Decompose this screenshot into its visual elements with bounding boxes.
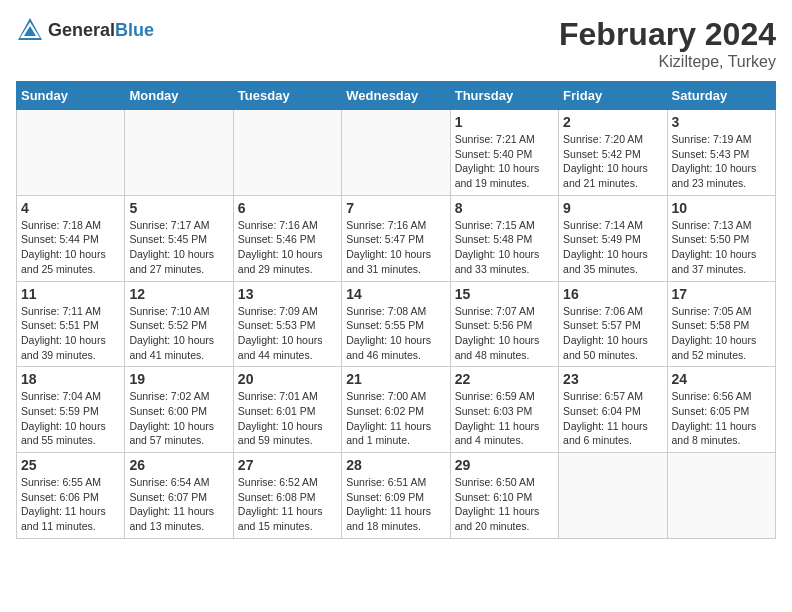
calendar-cell: 2Sunrise: 7:20 AMSunset: 5:42 PMDaylight… [559,110,667,196]
calendar-cell [17,110,125,196]
day-info: Sunrise: 7:19 AMSunset: 5:43 PMDaylight:… [672,132,771,191]
day-number: 29 [455,457,554,473]
day-number: 22 [455,371,554,387]
calendar-cell [233,110,341,196]
page-header: GeneralBlue February 2024 Kiziltepe, Tur… [16,16,776,71]
week-row-4: 18Sunrise: 7:04 AMSunset: 5:59 PMDayligh… [17,367,776,453]
calendar-cell [667,453,775,539]
day-info: Sunrise: 7:07 AMSunset: 5:56 PMDaylight:… [455,304,554,363]
day-number: 15 [455,286,554,302]
day-info: Sunrise: 7:00 AMSunset: 6:02 PMDaylight:… [346,389,445,448]
calendar-cell: 14Sunrise: 7:08 AMSunset: 5:55 PMDayligh… [342,281,450,367]
day-number: 6 [238,200,337,216]
day-info: Sunrise: 7:17 AMSunset: 5:45 PMDaylight:… [129,218,228,277]
day-info: Sunrise: 7:11 AMSunset: 5:51 PMDaylight:… [21,304,120,363]
calendar-cell: 16Sunrise: 7:06 AMSunset: 5:57 PMDayligh… [559,281,667,367]
calendar-cell: 3Sunrise: 7:19 AMSunset: 5:43 PMDaylight… [667,110,775,196]
day-number: 5 [129,200,228,216]
day-info: Sunrise: 7:21 AMSunset: 5:40 PMDaylight:… [455,132,554,191]
calendar-cell: 10Sunrise: 7:13 AMSunset: 5:50 PMDayligh… [667,195,775,281]
day-info: Sunrise: 6:56 AMSunset: 6:05 PMDaylight:… [672,389,771,448]
day-number: 21 [346,371,445,387]
weekday-header-wednesday: Wednesday [342,82,450,110]
day-number: 2 [563,114,662,130]
calendar-cell: 12Sunrise: 7:10 AMSunset: 5:52 PMDayligh… [125,281,233,367]
calendar-cell: 11Sunrise: 7:11 AMSunset: 5:51 PMDayligh… [17,281,125,367]
calendar-cell: 4Sunrise: 7:18 AMSunset: 5:44 PMDaylight… [17,195,125,281]
day-number: 11 [21,286,120,302]
day-info: Sunrise: 7:20 AMSunset: 5:42 PMDaylight:… [563,132,662,191]
calendar-cell: 22Sunrise: 6:59 AMSunset: 6:03 PMDayligh… [450,367,558,453]
day-number: 1 [455,114,554,130]
day-number: 24 [672,371,771,387]
day-info: Sunrise: 6:59 AMSunset: 6:03 PMDaylight:… [455,389,554,448]
subtitle: Kiziltepe, Turkey [559,53,776,71]
day-info: Sunrise: 6:52 AMSunset: 6:08 PMDaylight:… [238,475,337,534]
calendar-cell: 20Sunrise: 7:01 AMSunset: 6:01 PMDayligh… [233,367,341,453]
calendar-cell: 25Sunrise: 6:55 AMSunset: 6:06 PMDayligh… [17,453,125,539]
day-number: 23 [563,371,662,387]
day-number: 25 [21,457,120,473]
weekday-header-row: SundayMondayTuesdayWednesdayThursdayFrid… [17,82,776,110]
day-number: 16 [563,286,662,302]
calendar-cell: 28Sunrise: 6:51 AMSunset: 6:09 PMDayligh… [342,453,450,539]
calendar-cell: 6Sunrise: 7:16 AMSunset: 5:46 PMDaylight… [233,195,341,281]
day-number: 19 [129,371,228,387]
calendar-cell: 7Sunrise: 7:16 AMSunset: 5:47 PMDaylight… [342,195,450,281]
calendar-cell: 27Sunrise: 6:52 AMSunset: 6:08 PMDayligh… [233,453,341,539]
calendar-cell: 19Sunrise: 7:02 AMSunset: 6:00 PMDayligh… [125,367,233,453]
day-info: Sunrise: 6:57 AMSunset: 6:04 PMDaylight:… [563,389,662,448]
weekday-header-friday: Friday [559,82,667,110]
day-info: Sunrise: 7:16 AMSunset: 5:46 PMDaylight:… [238,218,337,277]
day-info: Sunrise: 6:54 AMSunset: 6:07 PMDaylight:… [129,475,228,534]
weekday-header-thursday: Thursday [450,82,558,110]
day-number: 27 [238,457,337,473]
calendar-cell: 13Sunrise: 7:09 AMSunset: 5:53 PMDayligh… [233,281,341,367]
day-number: 7 [346,200,445,216]
weekday-header-tuesday: Tuesday [233,82,341,110]
day-number: 12 [129,286,228,302]
weekday-header-monday: Monday [125,82,233,110]
logo: GeneralBlue [16,16,154,44]
day-info: Sunrise: 7:08 AMSunset: 5:55 PMDaylight:… [346,304,445,363]
main-title: February 2024 [559,16,776,53]
weekday-header-sunday: Sunday [17,82,125,110]
day-number: 10 [672,200,771,216]
calendar-cell: 24Sunrise: 6:56 AMSunset: 6:05 PMDayligh… [667,367,775,453]
day-info: Sunrise: 7:04 AMSunset: 5:59 PMDaylight:… [21,389,120,448]
day-number: 4 [21,200,120,216]
day-number: 26 [129,457,228,473]
calendar-cell: 15Sunrise: 7:07 AMSunset: 5:56 PMDayligh… [450,281,558,367]
weekday-header-saturday: Saturday [667,82,775,110]
day-info: Sunrise: 6:51 AMSunset: 6:09 PMDaylight:… [346,475,445,534]
logo-blue: Blue [115,20,154,40]
day-number: 18 [21,371,120,387]
calendar-cell: 23Sunrise: 6:57 AMSunset: 6:04 PMDayligh… [559,367,667,453]
day-number: 20 [238,371,337,387]
day-info: Sunrise: 7:15 AMSunset: 5:48 PMDaylight:… [455,218,554,277]
day-number: 9 [563,200,662,216]
week-row-3: 11Sunrise: 7:11 AMSunset: 5:51 PMDayligh… [17,281,776,367]
week-row-1: 1Sunrise: 7:21 AMSunset: 5:40 PMDaylight… [17,110,776,196]
logo-icon [16,16,44,44]
day-info: Sunrise: 7:05 AMSunset: 5:58 PMDaylight:… [672,304,771,363]
calendar-cell: 26Sunrise: 6:54 AMSunset: 6:07 PMDayligh… [125,453,233,539]
day-info: Sunrise: 6:50 AMSunset: 6:10 PMDaylight:… [455,475,554,534]
day-info: Sunrise: 7:09 AMSunset: 5:53 PMDaylight:… [238,304,337,363]
day-info: Sunrise: 7:14 AMSunset: 5:49 PMDaylight:… [563,218,662,277]
day-number: 13 [238,286,337,302]
calendar-cell [342,110,450,196]
calendar-cell: 17Sunrise: 7:05 AMSunset: 5:58 PMDayligh… [667,281,775,367]
calendar-cell [125,110,233,196]
week-row-5: 25Sunrise: 6:55 AMSunset: 6:06 PMDayligh… [17,453,776,539]
calendar-cell: 21Sunrise: 7:00 AMSunset: 6:02 PMDayligh… [342,367,450,453]
day-info: Sunrise: 7:13 AMSunset: 5:50 PMDaylight:… [672,218,771,277]
title-block: February 2024 Kiziltepe, Turkey [559,16,776,71]
calendar-table: SundayMondayTuesdayWednesdayThursdayFrid… [16,81,776,539]
day-number: 17 [672,286,771,302]
day-info: Sunrise: 7:18 AMSunset: 5:44 PMDaylight:… [21,218,120,277]
week-row-2: 4Sunrise: 7:18 AMSunset: 5:44 PMDaylight… [17,195,776,281]
day-info: Sunrise: 7:02 AMSunset: 6:00 PMDaylight:… [129,389,228,448]
day-info: Sunrise: 7:16 AMSunset: 5:47 PMDaylight:… [346,218,445,277]
calendar-cell: 9Sunrise: 7:14 AMSunset: 5:49 PMDaylight… [559,195,667,281]
